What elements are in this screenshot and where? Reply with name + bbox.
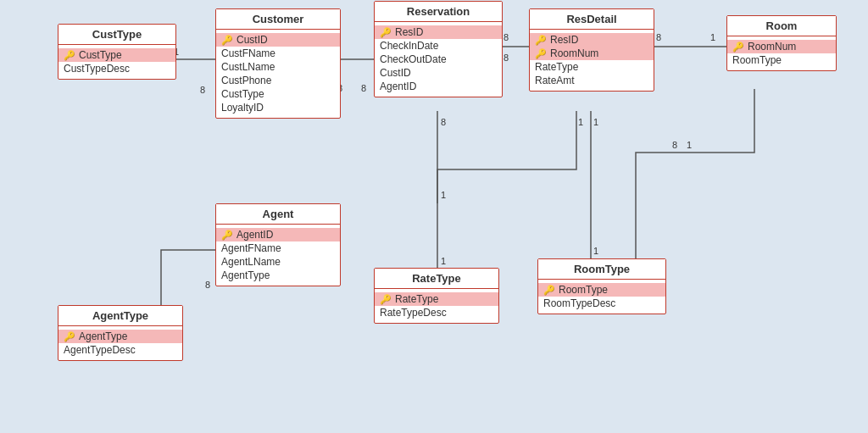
table-row: CustID bbox=[380, 66, 497, 80]
field-name: CustFName bbox=[221, 47, 275, 59]
table-room: Room 🔑 RoomNum RoomType bbox=[726, 15, 837, 71]
table-row: AgentID bbox=[380, 80, 497, 93]
table-room-header: Room bbox=[727, 16, 836, 36]
table-row: 🔑 RoomNum bbox=[530, 47, 654, 60]
field-name: RoomNum bbox=[748, 41, 796, 53]
table-resdetail-header: ResDetail bbox=[530, 9, 654, 30]
field-name: RateTypeDesc bbox=[380, 307, 447, 319]
field-name: CheckInDate bbox=[380, 40, 438, 52]
key-icon: 🔑 bbox=[64, 50, 75, 61]
field-name: CheckOutDate bbox=[380, 53, 447, 65]
table-resdetail: ResDetail 🔑 ResID 🔑 RoomNum RateType Rat… bbox=[529, 8, 654, 92]
svg-text:1: 1 bbox=[687, 140, 692, 150]
table-agenttype-header: AgentType bbox=[58, 306, 182, 326]
table-custtype-header: CustType bbox=[58, 25, 175, 45]
svg-text:8: 8 bbox=[504, 32, 509, 42]
field-name: AgentLName bbox=[221, 256, 281, 268]
field-name: RoomType bbox=[732, 54, 782, 66]
table-row: CustType bbox=[221, 87, 335, 101]
field-name: CustType bbox=[79, 49, 122, 61]
key-icon: 🔑 bbox=[535, 48, 547, 59]
field-name: CustLName bbox=[221, 61, 275, 73]
table-row: CustFName bbox=[221, 47, 335, 60]
table-agenttype: AgentType 🔑 AgentType AgentTypeDesc bbox=[58, 305, 183, 361]
svg-text:1: 1 bbox=[441, 190, 446, 200]
field-name: AgentFName bbox=[221, 242, 281, 254]
table-row: CustPhone bbox=[221, 74, 335, 87]
field-name: CustTypeDesc bbox=[64, 63, 130, 75]
table-row: 🔑 RateType bbox=[375, 292, 498, 306]
table-customer: Customer 🔑 CustID CustFName CustLName Cu… bbox=[215, 8, 341, 119]
key-icon: 🔑 bbox=[221, 230, 233, 241]
field-name: AgentID bbox=[236, 229, 273, 241]
table-row: 🔑 CustType bbox=[58, 48, 175, 62]
field-name: AgentID bbox=[380, 80, 416, 92]
table-row: RateTypeDesc bbox=[380, 306, 493, 319]
table-row: CheckInDate bbox=[380, 39, 497, 53]
table-roomtype-header: RoomType bbox=[538, 259, 665, 280]
field-name: RateType bbox=[535, 61, 578, 73]
key-icon: 🔑 bbox=[732, 42, 744, 53]
table-ratetype: RateType 🔑 RateType RateTypeDesc bbox=[374, 268, 499, 324]
field-name: RateType bbox=[395, 293, 438, 305]
table-row: RoomType bbox=[732, 53, 831, 67]
table-roomtype: RoomType 🔑 RoomType RoomTypeDesc bbox=[537, 258, 666, 314]
field-name: RoomTypeDesc bbox=[543, 297, 615, 309]
field-name: ResID bbox=[550, 34, 578, 46]
table-row: 🔑 AgentID bbox=[216, 228, 340, 241]
field-name: CustID bbox=[380, 67, 411, 79]
key-icon: 🔑 bbox=[380, 27, 392, 38]
table-row: LoyaltyID bbox=[221, 101, 335, 114]
svg-text:8: 8 bbox=[672, 140, 677, 150]
table-row: 🔑 RoomNum bbox=[727, 40, 836, 53]
table-custtype: CustType 🔑 CustType CustTypeDesc bbox=[58, 24, 176, 80]
svg-text:8: 8 bbox=[504, 53, 509, 63]
table-row: CustTypeDesc bbox=[64, 62, 170, 75]
table-row: 🔑 CustID bbox=[216, 33, 340, 47]
table-row: AgentTypeDesc bbox=[64, 343, 177, 357]
table-row: RateType bbox=[535, 60, 648, 74]
field-name: RoomNum bbox=[550, 47, 598, 59]
svg-text:8: 8 bbox=[441, 117, 446, 127]
er-diagram: 1 8 8 8 8 8 8 1 8 1 8 1 1 1 1 1 8 1 bbox=[0, 0, 868, 433]
key-icon: 🔑 bbox=[543, 285, 555, 296]
table-agent: Agent 🔑 AgentID AgentFName AgentLName Ag… bbox=[215, 203, 341, 286]
table-row: AgentFName bbox=[221, 241, 335, 255]
table-row: AgentLName bbox=[221, 255, 335, 269]
field-name: AgentType bbox=[221, 269, 270, 281]
table-agent-header: Agent bbox=[216, 204, 340, 225]
svg-text:1: 1 bbox=[593, 246, 598, 256]
svg-text:1: 1 bbox=[441, 256, 446, 266]
svg-text:1: 1 bbox=[710, 32, 715, 42]
table-row: 🔑 ResID bbox=[375, 25, 502, 39]
key-icon: 🔑 bbox=[380, 294, 392, 305]
table-reservation-header: Reservation bbox=[375, 2, 502, 22]
svg-text:8: 8 bbox=[656, 32, 661, 42]
field-name: AgentTypeDesc bbox=[64, 344, 136, 356]
table-row: 🔑 RoomType bbox=[538, 283, 665, 297]
svg-text:1: 1 bbox=[593, 117, 598, 127]
svg-text:8: 8 bbox=[205, 280, 210, 290]
svg-text:1: 1 bbox=[578, 117, 583, 127]
key-icon: 🔑 bbox=[64, 331, 75, 342]
field-name: ResID bbox=[395, 26, 423, 38]
svg-text:8: 8 bbox=[200, 85, 205, 95]
svg-text:8: 8 bbox=[361, 83, 366, 93]
table-row: 🔑 ResID bbox=[530, 33, 654, 47]
key-icon: 🔑 bbox=[535, 35, 547, 46]
field-name: AgentType bbox=[79, 330, 127, 342]
table-row: RateAmt bbox=[535, 74, 648, 87]
key-icon: 🔑 bbox=[221, 35, 233, 46]
table-ratetype-header: RateType bbox=[375, 269, 498, 289]
table-customer-header: Customer bbox=[216, 9, 340, 30]
table-reservation: Reservation 🔑 ResID CheckInDate CheckOut… bbox=[374, 1, 503, 97]
table-row: RoomTypeDesc bbox=[543, 297, 660, 310]
field-name: LoyaltyID bbox=[221, 102, 264, 114]
field-name: CustID bbox=[236, 34, 268, 46]
field-name: CustType bbox=[221, 88, 264, 100]
table-row: AgentType bbox=[221, 269, 335, 282]
field-name: RoomType bbox=[559, 284, 608, 296]
field-name: CustPhone bbox=[221, 75, 271, 86]
table-row: CustLName bbox=[221, 60, 335, 74]
field-name: RateAmt bbox=[535, 75, 575, 86]
